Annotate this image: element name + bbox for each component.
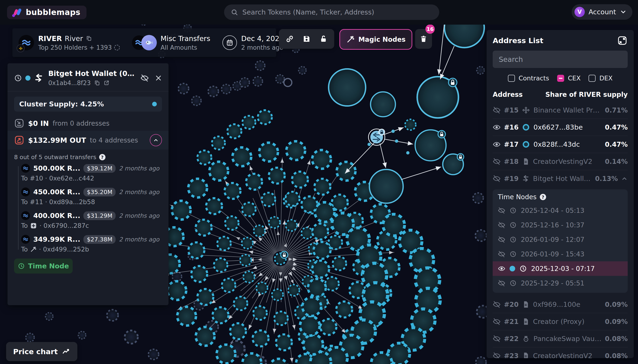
time-node-row[interactable]: 2025-12-16 - 10:37: [493, 218, 628, 232]
eye-off-icon[interactable]: [498, 250, 505, 258]
snapshot-date: Dec 4, 2025: [241, 34, 284, 43]
delete-button[interactable]: 16: [415, 29, 432, 49]
transfer-target-address[interactable]: · 0xd499...252b: [39, 246, 89, 253]
snapshot-age: 2 months ago: [241, 44, 283, 51]
copy-icon[interactable]: [94, 80, 100, 86]
eye-icon[interactable]: [498, 265, 505, 272]
calendar-icon: [222, 36, 237, 50]
address-row[interactable]: #16 0x6627...83be 0.47%: [493, 118, 628, 136]
eye-off-icon[interactable]: [498, 221, 505, 229]
transfer-item[interactable]: 500.00K R... $39.12M 2 months ago To #10…: [21, 164, 168, 182]
collapse-panel-icon[interactable]: [617, 35, 628, 46]
account-menu[interactable]: V Account: [572, 4, 632, 20]
address-row-expanded[interactable]: #19 Bitget Hot Wall... 0.13%: [493, 170, 628, 187]
active-dot-icon: [510, 266, 515, 272]
checkbox-contracts[interactable]: [508, 75, 515, 82]
eye-off-icon[interactable]: [493, 158, 501, 166]
token-section[interactable]: RIVER River Top 250 Holders + 1393: [12, 28, 126, 57]
toolbar-actions: [279, 29, 334, 49]
avatar: V: [574, 7, 585, 17]
collapse-outflows-button[interactable]: [150, 134, 162, 146]
transfer-item[interactable]: 400.00K R... $31.29M 2 months ago To · 0…: [21, 211, 168, 229]
eye-icon[interactable]: [493, 140, 501, 148]
clock-icon: [18, 262, 25, 270]
cluster-supply-row[interactable]: Cluster Supply: 4.25%: [14, 96, 162, 112]
token-name: River: [65, 34, 83, 43]
time-node-row[interactable]: 2025-12-29 - 05:51: [493, 276, 628, 290]
magic-nodes-button[interactable]: Magic Nodes: [340, 29, 412, 50]
clock-icon[interactable]: [14, 74, 22, 82]
supply-share: 0.13%: [595, 175, 618, 182]
wallet-title: Bitget Hot Wallet (0x1...: [48, 70, 137, 78]
filter-contracts[interactable]: Contracts: [508, 74, 549, 82]
copy-icon[interactable]: [86, 36, 92, 42]
transfer-item[interactable]: 349.99K R... $27.38M 2 months ago To · 0…: [21, 235, 168, 253]
transfer-target[interactable]: To #11 · 0xd89a...2b58: [21, 198, 95, 206]
chevron-down-icon: [620, 8, 627, 16]
holders-summary: Top 250 Holders + 1393: [38, 44, 112, 51]
divider: [8, 91, 168, 92]
transfers-caption: 8 out of 5 outward transfers: [14, 154, 96, 160]
share-link-icon[interactable]: [286, 35, 294, 43]
time-node-button[interactable]: Time Node: [14, 258, 73, 274]
token-search-input[interactable]: [242, 8, 433, 16]
transfer-item[interactable]: 450.00K R... $35.20M 2 months ago To #11…: [21, 188, 168, 206]
transfer-target[interactable]: To: [21, 222, 28, 229]
river-coin-icon: [21, 188, 30, 196]
transfer-target-address[interactable]: · 0x6790...287c: [40, 222, 89, 229]
contract-doc-icon: [522, 318, 530, 326]
help-icon[interactable]: ?: [540, 194, 546, 200]
address-row[interactable]: #22 PancakeSwap Vault ... 0.08%: [493, 330, 628, 347]
help-icon[interactable]: ?: [99, 154, 106, 160]
mode-title: Misc Transfers: [160, 34, 210, 43]
filter-dex[interactable]: DEX: [588, 74, 612, 82]
supply-share: 0.47%: [605, 141, 628, 148]
token-search[interactable]: [224, 4, 439, 20]
eye-off-icon[interactable]: [493, 352, 501, 358]
eye-off-icon[interactable]: [498, 236, 505, 243]
filter-cex[interactable]: CEX: [557, 74, 580, 82]
pancakeswap-bunny-icon: [522, 334, 530, 343]
supply-share: 0.09%: [605, 318, 628, 326]
eye-off-icon[interactable]: [498, 280, 505, 287]
address-row[interactable]: #20 0xf969...100e 0.09%: [493, 296, 628, 313]
eye-off-icon[interactable]: [493, 174, 501, 182]
price-chart-button[interactable]: Price chart: [6, 342, 77, 361]
transfer-target[interactable]: To #10 · 0xe62e...c442: [21, 174, 94, 182]
clock-icon: [520, 265, 527, 272]
transfer-target[interactable]: To: [21, 246, 28, 253]
address-name: 0x6627...83be: [534, 123, 602, 131]
time-node-row[interactable]: 2026-01-09 - 12:07: [493, 232, 628, 247]
inflow-row[interactable]: $0 IN from 0 addresses: [8, 116, 168, 131]
hide-eye-off-icon[interactable]: [140, 74, 149, 82]
checkbox-dex[interactable]: [588, 75, 596, 82]
address-row[interactable]: #21 Creator (Proxy) 0.09%: [493, 313, 628, 330]
save-icon[interactable]: [302, 35, 311, 43]
address-search-input[interactable]: [498, 55, 622, 64]
checkbox-cex-indeterminate[interactable]: [557, 75, 564, 82]
time-node-row-selected[interactable]: 2025-12-03 - 07:17: [493, 261, 628, 276]
unlock-icon[interactable]: [319, 35, 328, 43]
time-node-row[interactable]: 2026-01-09 - 15:43: [493, 247, 628, 261]
time-node-row[interactable]: 2025-12-04 - 05:13: [493, 203, 628, 218]
address-search[interactable]: [493, 51, 628, 68]
eye-icon[interactable]: [493, 123, 501, 131]
eye-off-icon[interactable]: [493, 300, 501, 308]
transfer-mode-section[interactable]: Misc Transfers All Amounts: [126, 28, 216, 57]
address-row[interactable]: #18 CreatorVestingV2 0.14%: [493, 153, 628, 170]
clock-icon: [510, 236, 516, 243]
outflow-row[interactable]: $132.99M OUT to 4 addresses: [8, 131, 168, 150]
address-row[interactable]: #15 Binance Wallet Prox... 0.71%: [493, 102, 628, 118]
address-row[interactable]: #23 CreatorVestingV2 0.08%: [493, 347, 628, 358]
address-row[interactable]: #17 0x828f...43dc 0.47%: [493, 136, 628, 153]
eye-off-icon[interactable]: [493, 335, 501, 343]
open-external-icon[interactable]: [103, 80, 110, 86]
eye-off-icon[interactable]: [493, 106, 501, 114]
chevron-up-icon[interactable]: [621, 175, 628, 182]
eye-off-icon[interactable]: [498, 207, 505, 214]
mode-subtitle: All Amounts: [160, 44, 197, 51]
eye-off-icon[interactable]: [493, 318, 501, 326]
logo[interactable]: bubblemaps: [7, 6, 86, 19]
close-icon[interactable]: [155, 74, 162, 82]
in-amount: $0 IN: [28, 119, 49, 128]
